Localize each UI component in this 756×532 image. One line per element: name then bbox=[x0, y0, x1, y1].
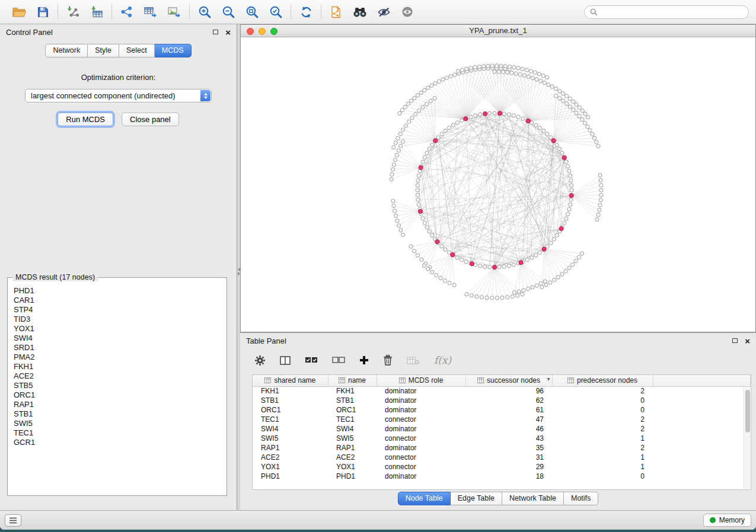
criterion-select[interactable]: largest connected component (undirected) bbox=[25, 89, 212, 102]
table-row[interactable]: PHD1PHD1dominator180 bbox=[253, 472, 751, 481]
close-panel-button[interactable]: Close panel bbox=[122, 113, 179, 126]
dominator-node[interactable] bbox=[559, 226, 563, 230]
dominator-node[interactable] bbox=[419, 165, 423, 169]
open-file-button[interactable] bbox=[7, 3, 31, 21]
network-node[interactable] bbox=[567, 169, 571, 173]
network-node[interactable] bbox=[430, 143, 434, 147]
network-node[interactable] bbox=[440, 132, 444, 136]
save-session-button[interactable] bbox=[31, 3, 55, 21]
network-node[interactable] bbox=[540, 286, 544, 289]
import-network-button[interactable] bbox=[61, 3, 85, 21]
mcds-result-item[interactable]: STB1 bbox=[14, 409, 225, 419]
network-node[interactable] bbox=[563, 221, 566, 225]
table-row[interactable]: STB1STB1dominator620 bbox=[253, 396, 751, 405]
mcds-result-item[interactable]: TEC1 bbox=[14, 428, 225, 438]
zoom-in-button[interactable] bbox=[193, 3, 216, 21]
dominator-node[interactable] bbox=[498, 111, 502, 116]
delete-column-button[interactable] bbox=[383, 355, 393, 366]
column-header-name[interactable]: name bbox=[328, 375, 377, 386]
network-node[interactable] bbox=[439, 276, 442, 280]
network-node[interactable] bbox=[562, 92, 565, 95]
tab-node-table[interactable]: Node Table bbox=[398, 492, 451, 505]
network-node[interactable] bbox=[538, 251, 541, 254]
network-node[interactable] bbox=[544, 283, 548, 287]
network-node[interactable] bbox=[595, 218, 599, 222]
network-node[interactable] bbox=[399, 229, 403, 232]
column-header-predecessor-nodes[interactable]: predecessor nodes bbox=[552, 375, 653, 386]
dominator-node[interactable] bbox=[464, 117, 468, 121]
network-node[interactable] bbox=[570, 188, 573, 192]
network-node[interactable] bbox=[455, 121, 459, 124]
network-node[interactable] bbox=[404, 124, 407, 127]
float-panel-icon[interactable] bbox=[213, 30, 218, 34]
network-node[interactable] bbox=[392, 163, 395, 166]
network-node[interactable] bbox=[580, 252, 583, 255]
network-node[interactable] bbox=[406, 102, 410, 105]
network-node[interactable] bbox=[493, 111, 496, 115]
network-node[interactable] bbox=[483, 265, 487, 268]
network-node[interactable] bbox=[598, 208, 601, 211]
network-node[interactable] bbox=[502, 112, 506, 116]
mcds-result-item[interactable]: SWI4 bbox=[14, 334, 225, 343]
column-header-mcds-role[interactable]: MCDS role bbox=[377, 375, 465, 386]
network-node[interactable] bbox=[511, 294, 514, 298]
mcds-result-list[interactable]: PHD1CAR1STP4TID3YOX1SWI4SRD1PMA2FKH1ACE2… bbox=[9, 286, 225, 494]
table-scrollbar-thumb[interactable] bbox=[745, 390, 750, 432]
network-node[interactable] bbox=[580, 109, 584, 113]
tab-network[interactable]: Network bbox=[45, 44, 88, 57]
network-node[interactable] bbox=[488, 111, 492, 115]
mcds-result-item[interactable]: CAR1 bbox=[14, 296, 225, 305]
network-node[interactable] bbox=[460, 118, 464, 122]
network-node[interactable] bbox=[482, 65, 486, 68]
network-node[interactable] bbox=[564, 270, 567, 273]
network-node[interactable] bbox=[503, 65, 507, 68]
network-node[interactable] bbox=[583, 112, 587, 116]
network-node[interactable] bbox=[473, 66, 477, 69]
dominator-node[interactable] bbox=[569, 194, 573, 198]
network-node[interactable] bbox=[549, 136, 553, 139]
network-node[interactable] bbox=[414, 113, 417, 116]
network-node[interactable] bbox=[423, 221, 426, 225]
close-table-panel-icon[interactable]: × bbox=[745, 336, 750, 345]
network-node[interactable] bbox=[413, 249, 416, 253]
network-node[interactable] bbox=[526, 287, 529, 291]
network-node[interactable] bbox=[525, 258, 529, 262]
network-node[interactable] bbox=[596, 213, 600, 216]
network-node[interactable] bbox=[577, 255, 580, 259]
network-node[interactable] bbox=[398, 111, 401, 115]
network-node[interactable] bbox=[512, 66, 516, 69]
mcds-result-item[interactable]: STP4 bbox=[14, 305, 225, 315]
dominator-node[interactable] bbox=[492, 265, 496, 269]
network-node[interactable] bbox=[401, 140, 404, 143]
network-node[interactable] bbox=[555, 143, 559, 147]
network-node[interactable] bbox=[538, 126, 541, 130]
network-node[interactable] bbox=[558, 147, 562, 150]
network-node[interactable] bbox=[443, 279, 446, 283]
status-menu-button[interactable] bbox=[5, 514, 21, 527]
network-node[interactable] bbox=[521, 117, 525, 120]
network-node[interactable] bbox=[569, 179, 573, 182]
network-node[interactable] bbox=[531, 76, 534, 80]
network-node[interactable] bbox=[554, 94, 557, 98]
dominator-node[interactable] bbox=[551, 139, 556, 143]
network-node[interactable] bbox=[495, 64, 499, 68]
network-node[interactable] bbox=[416, 254, 419, 257]
network-node[interactable] bbox=[571, 263, 575, 267]
network-node[interactable] bbox=[416, 198, 420, 201]
network-node[interactable] bbox=[578, 114, 581, 118]
network-node[interactable] bbox=[512, 263, 515, 267]
deselect-all-button[interactable] bbox=[332, 356, 345, 364]
network-node[interactable] bbox=[586, 125, 589, 129]
network-node[interactable] bbox=[580, 118, 584, 121]
network-node[interactable] bbox=[448, 126, 451, 130]
network-node[interactable] bbox=[554, 87, 558, 91]
network-node[interactable] bbox=[512, 114, 515, 117]
mcds-result-item[interactable]: GCR1 bbox=[14, 438, 225, 447]
network-node[interactable] bbox=[430, 270, 434, 274]
network-node[interactable] bbox=[430, 84, 433, 87]
network-node[interactable] bbox=[401, 233, 404, 236]
network-node[interactable] bbox=[552, 238, 556, 241]
network-graph[interactable] bbox=[241, 37, 755, 332]
network-node[interactable] bbox=[393, 209, 397, 213]
mcds-result-item[interactable]: ACE2 bbox=[14, 371, 225, 381]
